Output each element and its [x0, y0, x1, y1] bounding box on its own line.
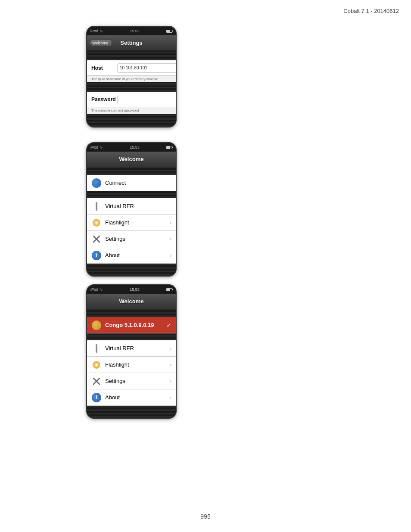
striped-bottom-3	[87, 406, 176, 418]
menu-item-settings-3[interactable]: Settings ›	[87, 373, 176, 389]
flashlight-icon	[91, 218, 102, 228]
connect-active-label: Congo 5.1.0.9.0.19	[105, 322, 166, 328]
about-chevron: ›	[170, 252, 171, 258]
menu-item-connect[interactable]: Connect	[87, 175, 176, 191]
battery-icon-3	[166, 288, 172, 291]
striped-bottom-1	[87, 114, 176, 127]
page-label: Cobalt 7.1 - 20140612	[343, 8, 399, 14]
status-left-3: iPod ∿	[90, 287, 103, 292]
wifi-icon-3: ∿	[100, 287, 103, 292]
about-label-3: About	[105, 394, 170, 401]
password-label: Password	[91, 96, 117, 103]
striped-top-1	[87, 51, 176, 60]
status-bar-1: iPod ∿ 15.52	[87, 27, 176, 35]
flashlight-chevron-3: ›	[170, 361, 171, 368]
striped-bottom-2	[87, 264, 176, 276]
nav-title-2: Welcome	[119, 156, 144, 162]
settings-chevron-3: ›	[170, 378, 171, 384]
status-bar-3: iPod ∿ 15.53	[87, 285, 176, 294]
about-chevron-3: ›	[170, 394, 171, 401]
ipod-label-2: iPod	[90, 145, 98, 149]
device-welcome: iPod ∿ 15.53 Welcome Connect Virtual RFR	[86, 142, 177, 277]
rfr-icon-3	[91, 343, 102, 354]
svg-point-7	[96, 364, 97, 366]
flashlight-chevron: ›	[170, 219, 171, 226]
back-button-1[interactable]: Welcome	[89, 40, 112, 47]
menu-item-about[interactable]: i About ›	[87, 247, 176, 264]
globe-icon	[91, 178, 102, 188]
status-time-1: 15.52	[130, 29, 140, 33]
status-time-2: 15.53	[130, 145, 140, 149]
status-right-3	[166, 288, 172, 291]
nav-bar-1: Welcome Settings	[87, 35, 176, 51]
virtual-rfr-label-3: Virtual RFR	[105, 345, 170, 352]
menu-item-settings[interactable]: Settings ›	[87, 231, 176, 247]
virtual-rfr-label: Virtual RFR	[105, 203, 171, 209]
settings-icon	[91, 234, 102, 244]
globe-connected-icon	[91, 320, 102, 330]
settings-label: Settings	[105, 236, 170, 242]
status-right-1	[166, 30, 172, 33]
password-row: Password	[87, 92, 176, 107]
nav-title-3: Welcome	[119, 298, 144, 305]
wifi-icon-1: ∿	[100, 29, 103, 33]
info-icon-3: i	[91, 392, 102, 403]
password-hint: The console connect password	[87, 107, 176, 114]
striped-mid-3a	[87, 333, 176, 340]
ipod-label-3: iPod	[90, 287, 98, 292]
host-input[interactable]	[117, 63, 177, 73]
flashlight-icon-3	[91, 360, 102, 370]
status-left-2: iPod ∿	[90, 145, 103, 149]
flashlight-label: Flashlight	[105, 219, 170, 226]
nav-bar-3: Welcome	[87, 294, 176, 309]
info-icon: i	[91, 250, 102, 261]
status-right-2	[166, 146, 172, 149]
flashlight-label-3: Flashlight	[105, 361, 170, 368]
device-welcome-connected: iPod ∿ 15.53 Welcome Congo 5.1.0.9.0.19 …	[86, 284, 177, 419]
striped-mid-1	[87, 82, 176, 92]
connect-label: Connect	[105, 180, 171, 186]
menu-item-virtual-rfr-3[interactable]: Virtual RFR ›	[87, 340, 176, 357]
menu-item-flashlight-3[interactable]: Flashlight ›	[87, 357, 176, 373]
battery-icon-1	[166, 30, 172, 33]
password-input[interactable]	[117, 95, 177, 104]
nav-bar-2: Welcome	[87, 152, 176, 167]
svg-point-2	[96, 222, 97, 224]
striped-top-2	[87, 167, 176, 175]
nav-title-1: Settings	[120, 40, 142, 46]
rfr-icon	[91, 201, 102, 212]
about-label: About	[105, 252, 170, 258]
ipod-label-1: iPod	[90, 29, 98, 33]
battery-icon-2	[166, 146, 172, 149]
wifi-icon-2: ∿	[100, 145, 103, 149]
status-time-3: 15.53	[130, 287, 140, 292]
connect-checkmark: ✓	[166, 322, 171, 329]
status-bar-2: iPod ∿ 15.53	[87, 143, 176, 152]
striped-mid-2a	[87, 191, 176, 198]
page-number: 995	[200, 513, 210, 520]
device-settings: iPod ∿ 15.52 Welcome Settings Host 🔍 The…	[86, 26, 177, 128]
menu-item-flashlight[interactable]: Flashlight ›	[87, 215, 176, 231]
settings-icon-3	[91, 376, 102, 386]
host-label: Host	[91, 65, 117, 71]
host-hint: The ip or hostname of your Primary conso…	[87, 76, 176, 82]
virtual-rfr-chevron-3: ›	[170, 345, 171, 352]
menu-item-connect-active[interactable]: Congo 5.1.0.9.0.19 ✓	[87, 317, 176, 333]
menu-item-about-3[interactable]: i About ›	[87, 389, 176, 406]
settings-label-3: Settings	[105, 378, 170, 384]
striped-top-3	[87, 309, 176, 317]
settings-chevron: ›	[170, 236, 171, 242]
host-row: Host 🔍	[87, 60, 176, 76]
menu-item-virtual-rfr[interactable]: Virtual RFR	[87, 198, 176, 215]
status-left-1: iPod ∿	[90, 29, 103, 33]
